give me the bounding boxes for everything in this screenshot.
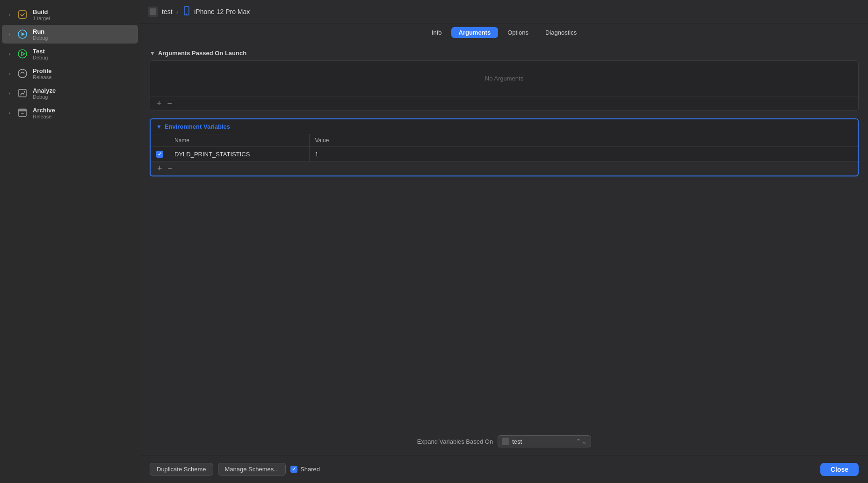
bottom-left-actions: Duplicate Scheme Manage Schemes... Share… <box>150 463 320 476</box>
svg-rect-9 <box>150 8 156 15</box>
sidebar-analyze-sublabel: Debug <box>33 94 56 100</box>
chevron-right-icon: › <box>7 110 12 116</box>
env-row-checkbox[interactable] <box>156 151 163 158</box>
env-table: Name Value DYLD_PRINT_STATISTICS 1 <box>151 134 858 161</box>
svg-marker-2 <box>22 32 25 36</box>
arguments-section-title: Arguments Passed On Launch <box>158 50 246 57</box>
svg-marker-4 <box>22 52 25 56</box>
table-row: DYLD_PRINT_STATISTICS 1 <box>151 147 858 161</box>
profile-icon <box>16 67 29 80</box>
sidebar-item-archive[interactable]: › Archive Release <box>2 103 138 122</box>
close-button[interactable]: Close <box>820 463 859 476</box>
shared-checkbox[interactable] <box>290 466 297 473</box>
tab-options[interactable]: Options <box>500 27 536 38</box>
expand-select-arrows-icon: ⌃⌄ <box>576 438 587 445</box>
header-bar: test › iPhone 12 Pro Max <box>140 0 868 23</box>
device-name: iPhone 12 Pro Max <box>194 8 250 15</box>
sidebar-item-profile[interactable]: › Profile Release <box>2 64 138 83</box>
chevron-right-icon: › <box>7 71 12 76</box>
expand-variables-label: Expand Variables Based On <box>417 438 493 445</box>
build-icon <box>16 8 29 21</box>
sidebar-item-run[interactable]: › Run Debug <box>2 25 138 44</box>
env-section-title: Environment Variables <box>165 123 230 130</box>
archive-icon <box>16 106 29 119</box>
manage-schemes-button[interactable]: Manage Schemes... <box>218 463 286 476</box>
sidebar-run-sublabel: Debug <box>33 35 48 41</box>
sidebar-item-build[interactable]: › Build 1 target <box>2 5 138 24</box>
chevron-right-icon: › <box>7 12 12 17</box>
svg-point-5 <box>18 69 27 78</box>
content-area: ▼ Arguments Passed On Launch No Argument… <box>140 42 868 455</box>
sidebar: › Build 1 target › Run Debug › <box>0 0 140 483</box>
scheme-square-icon <box>148 7 158 17</box>
duplicate-scheme-button[interactable]: Duplicate Scheme <box>150 463 213 476</box>
sidebar-archive-sublabel: Release <box>33 114 55 119</box>
chevron-right-icon: › <box>7 51 12 57</box>
sidebar-test-sublabel: Debug <box>33 55 48 60</box>
arguments-chevron-icon[interactable]: ▼ <box>150 50 155 57</box>
tab-arguments[interactable]: Arguments <box>451 27 499 38</box>
sidebar-build-sublabel: 1 target <box>33 15 50 21</box>
env-section-header: ▼ Environment Variables <box>151 119 858 134</box>
tab-diagnostics[interactable]: Diagnostics <box>538 27 584 38</box>
main-panel: test › iPhone 12 Pro Max Info Arguments … <box>140 0 868 483</box>
scheme-name: test <box>162 8 173 15</box>
env-remove-button[interactable]: − <box>167 164 174 173</box>
analyze-icon <box>16 87 29 100</box>
device-header: iPhone 12 Pro Max <box>182 6 250 17</box>
breadcrumb-separator: › <box>176 8 179 15</box>
device-icon <box>182 6 191 17</box>
env-section-footer: + − <box>151 161 858 176</box>
expand-variables-value: test <box>512 438 573 445</box>
bottom-bar: Duplicate Scheme Manage Schemes... Share… <box>140 455 868 483</box>
env-col-checkbox <box>151 134 169 147</box>
chevron-right-icon: › <box>7 90 12 96</box>
env-variables-section: ▼ Environment Variables Name Value <box>150 118 859 176</box>
arguments-add-button[interactable]: + <box>156 99 163 108</box>
arguments-section-header: ▼ Arguments Passed On Launch <box>150 50 859 57</box>
tabs-bar: Info Arguments Options Diagnostics <box>140 23 868 42</box>
sidebar-test-label: Test <box>33 48 48 55</box>
sidebar-analyze-label: Analyze <box>33 87 56 94</box>
expand-variables-select[interactable]: test ⌃⌄ <box>498 435 591 447</box>
shared-label: Shared <box>300 466 320 473</box>
arguments-section-body: No Arguments + − <box>150 60 859 111</box>
tab-info[interactable]: Info <box>424 27 449 38</box>
run-icon <box>16 28 29 41</box>
shared-wrapper: Shared <box>290 466 320 473</box>
env-col-value-header: Value <box>309 134 858 147</box>
env-add-button[interactable]: + <box>156 164 163 173</box>
env-row-name[interactable]: DYLD_PRINT_STATISTICS <box>169 147 309 161</box>
arguments-footer: + − <box>150 96 858 110</box>
env-col-name-header: Name <box>169 134 309 147</box>
sidebar-build-label: Build <box>33 8 50 15</box>
chevron-right-icon: › <box>7 31 12 37</box>
svg-point-11 <box>186 14 187 15</box>
svg-rect-0 <box>19 11 26 18</box>
env-row-checkbox-cell <box>151 147 169 161</box>
arguments-remove-button[interactable]: − <box>166 99 174 108</box>
sidebar-profile-label: Profile <box>33 67 51 74</box>
env-chevron-icon[interactable]: ▼ <box>156 124 162 130</box>
expand-variables-row: Expand Variables Based On test ⌃⌄ <box>140 428 868 455</box>
sidebar-item-analyze[interactable]: › Analyze Debug <box>2 84 138 102</box>
content-spacer <box>140 176 868 428</box>
arguments-section: ▼ Arguments Passed On Launch No Argument… <box>150 50 859 111</box>
sidebar-item-test[interactable]: › Test Debug <box>2 44 138 63</box>
expand-select-scheme-icon <box>502 438 509 445</box>
test-icon <box>16 47 29 60</box>
sidebar-profile-sublabel: Release <box>33 74 51 80</box>
sidebar-archive-label: Archive <box>33 107 55 114</box>
env-row-value[interactable]: 1 <box>309 147 858 161</box>
no-arguments-text: No Arguments <box>150 61 858 96</box>
sidebar-run-label: Run <box>33 28 48 35</box>
